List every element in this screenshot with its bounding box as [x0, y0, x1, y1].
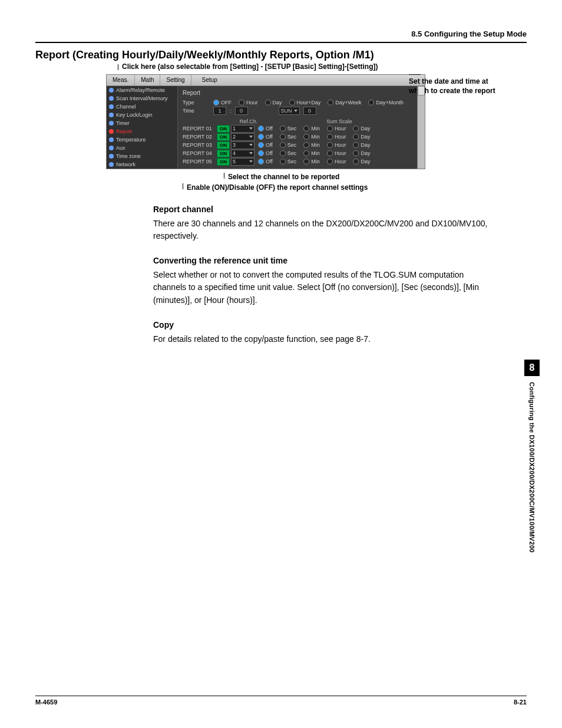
sidebar-item-keylock[interactable]: Key Lock/Login [107, 111, 177, 119]
refch-select[interactable]: 4 [231, 150, 254, 157]
sidebar-item-network[interactable]: Network [107, 160, 177, 169]
time-label: Time [183, 108, 210, 114]
para-copy: For details related to the copy/paste fu… [153, 333, 491, 346]
type-day[interactable]: Day [265, 100, 282, 106]
radio-icon [368, 100, 374, 106]
sum-hour[interactable]: Hour [327, 126, 349, 131]
report-row: REPORT 02ON2OffSecMinHourDay [183, 133, 412, 141]
chapter-tab: 8 Configuring the DX100/DX200/DX200C/MV1… [524, 360, 540, 553]
time-date-input[interactable]: 0 [303, 107, 316, 115]
chevron-down-icon [249, 136, 253, 138]
sidebar-item-timezone[interactable]: Time zone [107, 152, 177, 160]
sum-off[interactable]: Off [258, 134, 275, 140]
refch-select[interactable]: 5 [231, 158, 254, 166]
row-name: REPORT 05 [183, 159, 217, 164]
sidebar-item-aux[interactable]: Aux [107, 144, 177, 152]
sidebar-item-timer[interactable]: Timer [107, 119, 177, 127]
para-report-channel: There are 30 channels and 12 channels on… [153, 218, 491, 243]
chevron-down-icon [249, 127, 253, 130]
radio-icon [280, 126, 286, 131]
radio-icon [353, 134, 359, 140]
sum-off[interactable]: Off [258, 150, 275, 156]
bullet-icon [109, 104, 114, 109]
sum-off[interactable]: Off [258, 126, 275, 131]
menu-math[interactable]: Math [135, 75, 160, 85]
type-daymonth[interactable]: Day+Month [368, 100, 403, 106]
sum-off[interactable]: Off [258, 142, 275, 148]
sum-min[interactable]: Min [303, 159, 322, 164]
footer-right: 8-21 [514, 699, 527, 706]
sum-day[interactable]: Day [353, 126, 372, 131]
sum-hour[interactable]: Hour [327, 142, 349, 148]
time-min-input[interactable]: 0 [235, 107, 248, 115]
radio-icon [327, 134, 333, 140]
radio-icon [328, 100, 333, 106]
type-dayweek[interactable]: Day+Week [328, 100, 361, 106]
sum-sec[interactable]: Sec [280, 150, 299, 156]
refch-select[interactable]: 3 [231, 141, 254, 149]
radio-icon [353, 142, 359, 148]
sum-hour[interactable]: Hour [327, 150, 349, 156]
chevron-down-icon [249, 152, 253, 154]
heading-converting: Converting the reference unit time [153, 255, 491, 268]
menu-setup[interactable]: Setup [196, 75, 223, 85]
radio-icon [280, 150, 286, 156]
bullet-icon [109, 113, 114, 117]
sum-off[interactable]: Off [258, 159, 275, 164]
type-off[interactable]: OFF [213, 100, 232, 106]
on-toggle[interactable]: ON [217, 125, 230, 133]
callout-set-date: Set the date and time at which to create… [409, 74, 527, 95]
sum-day[interactable]: Day [353, 134, 372, 140]
sidebar-item-alarm[interactable]: Alarm/Relay/Remote [107, 86, 177, 94]
on-toggle[interactable]: ON [217, 150, 230, 157]
menu-setting[interactable]: Setting [160, 75, 191, 85]
sum-day[interactable]: Day [353, 150, 372, 156]
on-toggle[interactable]: ON [217, 133, 230, 141]
radio-icon [289, 100, 295, 106]
chapter-side-title: Configuring the DX100/DX200/DX200C/MV100… [528, 382, 535, 553]
scroll-thumb[interactable] [418, 86, 425, 95]
type-hourday[interactable]: Hour+Day [289, 100, 321, 106]
time-hour-input[interactable]: 1 [213, 107, 226, 115]
sum-sec[interactable]: Sec [280, 159, 299, 164]
on-toggle[interactable]: ON [217, 141, 230, 149]
sidebar-item-temperature[interactable]: Temperature [107, 136, 177, 144]
radio-icon [327, 142, 333, 148]
radio-icon [353, 150, 359, 156]
group-label: Report [183, 90, 412, 96]
sidebar-item-channel[interactable]: Channel [107, 103, 177, 111]
sum-day[interactable]: Day [353, 159, 372, 164]
type-hour[interactable]: Hour [239, 100, 258, 106]
sum-sec[interactable]: Sec [280, 142, 299, 148]
page-title: Report (Creating Hourly/Daily/Weekly/Mon… [35, 49, 527, 61]
sum-min[interactable]: Min [303, 134, 322, 140]
sum-sec[interactable]: Sec [280, 134, 299, 140]
refch-select[interactable]: 1 [231, 125, 254, 133]
radio-icon [303, 159, 309, 164]
radio-icon [327, 150, 333, 156]
sidebar-item-report[interactable]: Report [107, 127, 177, 136]
radio-icon [303, 126, 309, 131]
sum-hour[interactable]: Hour [327, 134, 349, 140]
radio-icon [280, 134, 286, 140]
time-day-select[interactable]: SUN [279, 107, 300, 115]
radio-icon [303, 150, 309, 156]
app-screenshot: Meas. Math Setting Setup Alarm/Relay/Rem… [106, 74, 425, 169]
sum-hour[interactable]: Hour [327, 159, 349, 164]
sum-min[interactable]: Min [303, 126, 322, 131]
sum-sec[interactable]: Sec [280, 126, 299, 131]
report-row: REPORT 03ON3OffSecMinHourDay [183, 141, 412, 149]
callout-click-here: Click here (also selectable from [Settin… [118, 62, 527, 71]
radio-icon [353, 159, 359, 164]
refch-select[interactable]: 2 [231, 133, 254, 141]
radio-icon [353, 126, 359, 131]
on-toggle[interactable]: ON [217, 158, 230, 166]
sum-day[interactable]: Day [353, 142, 372, 148]
sum-min[interactable]: Min [303, 142, 322, 148]
sidebar-item-scan[interactable]: Scan Interval/Memory [107, 94, 177, 103]
radio-icon [258, 134, 264, 140]
scrollbar[interactable] [417, 86, 425, 169]
sum-min[interactable]: Min [303, 150, 322, 156]
menu-meas[interactable]: Meas. [107, 75, 135, 85]
bullet-icon [109, 146, 114, 150]
